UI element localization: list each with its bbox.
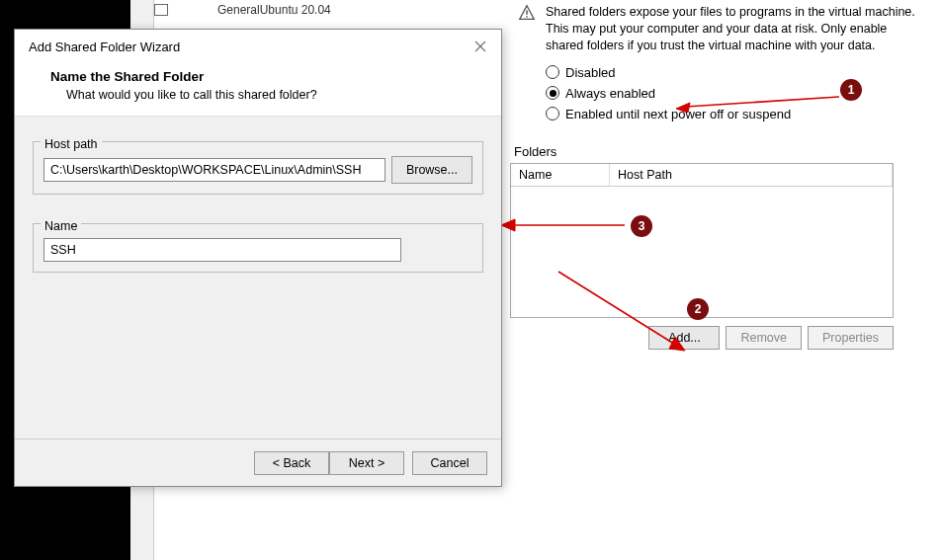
next-button[interactable]: Next > [329, 451, 404, 475]
wizard-heading: Name the Shared Folder [50, 69, 477, 84]
warning-icon [518, 4, 538, 22]
radio-icon [546, 107, 559, 120]
arrow-2 [549, 262, 687, 360]
svg-marker-7 [501, 219, 515, 231]
radio-label: Always enabled [565, 86, 655, 101]
warning-text: Shared folders expose your files to prog… [546, 4, 917, 54]
name-input[interactable] [43, 238, 401, 262]
host-path-input[interactable] [43, 158, 385, 182]
wizard-body: Host path Browse... Name [15, 116, 501, 300]
col-name[interactable]: Name [511, 164, 610, 186]
radio-icon [546, 86, 559, 100]
col-host[interactable]: Host Path [610, 164, 893, 186]
bg-tree-value: Ubuntu 20.04 [260, 3, 331, 17]
wizard-footer: < Back Next > Cancel [15, 439, 501, 486]
radio-label: Disabled [565, 65, 616, 80]
add-shared-folder-wizard: Add Shared Folder Wizard Name the Shared… [14, 29, 502, 487]
svg-line-2 [686, 97, 839, 107]
svg-marker-5 [669, 337, 685, 351]
annotation-badge-1: 1 [840, 79, 862, 101]
arrow-1 [676, 93, 844, 113]
name-label: Name [41, 219, 81, 233]
close-icon [474, 40, 486, 52]
host-path-label: Host path [41, 137, 102, 151]
bg-tree-item: General [217, 3, 260, 17]
back-button[interactable]: < Back [254, 451, 329, 475]
annotation-badge-3: 3 [631, 215, 652, 237]
close-button[interactable] [471, 38, 489, 55]
browse-button[interactable]: Browse... [391, 156, 472, 184]
svg-marker-3 [676, 103, 690, 113]
wizard-header: Name the Shared Folder What would you li… [15, 59, 501, 116]
folders-label: Folders [510, 144, 556, 159]
annotation-badge-2: 2 [687, 298, 709, 320]
warning-block: Shared folders expose your files to prog… [510, 0, 925, 58]
cancel-button[interactable]: Cancel [412, 451, 487, 475]
remove-button: Remove [726, 326, 802, 350]
host-path-field: Host path Browse... [33, 128, 483, 195]
monitor-icon [154, 4, 168, 16]
name-field: Name [33, 210, 483, 273]
svg-rect-1 [526, 16, 527, 17]
radio-disabled[interactable]: Disabled [546, 62, 925, 83]
wizard-subheading: What would you like to call this shared … [50, 88, 477, 102]
properties-button: Properties [808, 326, 894, 350]
bg-tree-row: General Ubuntu 20.04 [154, 0, 510, 20]
folders-header: Name Host Path [511, 164, 893, 187]
wizard-titlebar: Add Shared Folder Wizard [15, 30, 501, 59]
svg-line-4 [558, 272, 677, 346]
svg-rect-0 [526, 10, 527, 15]
radio-icon [546, 65, 559, 79]
arrow-3 [501, 215, 630, 235]
wizard-title-text: Add Shared Folder Wizard [29, 40, 180, 54]
